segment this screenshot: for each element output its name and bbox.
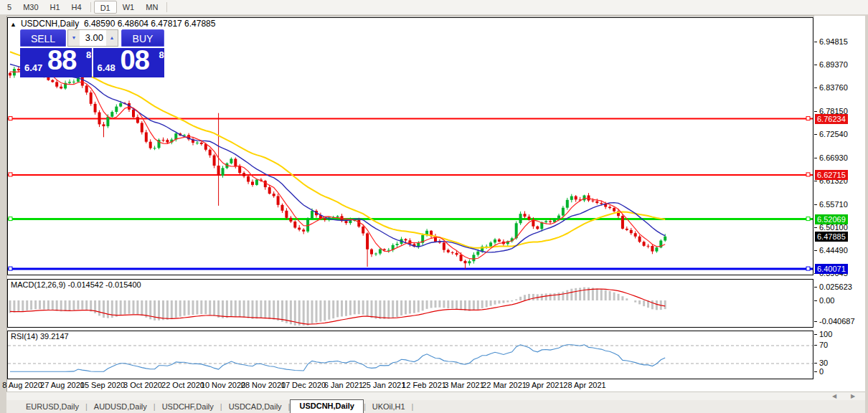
chart-tab-usdchf[interactable]: USDCHF,Daily <box>156 401 220 413</box>
timeframe-button-m30[interactable]: M30 <box>17 1 44 14</box>
axis-tick <box>814 134 817 135</box>
timeframe-button-mn[interactable]: MN <box>140 1 164 14</box>
price-axis-label: 6.94815 <box>819 37 848 46</box>
date-axis-label: 22 Oct 2020 <box>161 381 204 389</box>
date-axis-label: 8 Aug 2020 <box>2 381 42 389</box>
date-axis-label: 17 Dec 2020 <box>281 381 326 389</box>
date-axis-label: 15 Sep 2020 <box>80 381 125 389</box>
timeframe-button-h1[interactable]: H1 <box>44 1 66 14</box>
axis-tick <box>814 111 817 112</box>
rsi-axis-label: 30 <box>819 359 828 367</box>
sell-price-prefix: 6.47 <box>24 62 42 73</box>
timeframe-button-d1[interactable]: D1 <box>94 1 117 14</box>
date-axis-label: 12 Feb 2021 <box>402 381 446 389</box>
sell-price-quote[interactable]: 6.47 88 8 <box>20 48 92 77</box>
axis-tick <box>814 181 817 181</box>
sell-price-point: 8 <box>86 49 91 60</box>
rsi-indicator-panel[interactable] <box>7 331 813 379</box>
axis-tick <box>814 250 817 251</box>
price-axis-label: 6.55710 <box>819 200 848 209</box>
chart-ohlc-values: 6.48590 6.48604 6.47817 6.47885 <box>84 19 216 29</box>
chart-symbol-label: USDCNH,Daily <box>21 19 79 29</box>
axis-tick <box>814 287 817 288</box>
rsi-axis-label: 70 <box>819 341 828 349</box>
scroll-left-icon[interactable]: ◀ <box>829 393 839 400</box>
buy-price-pips: 08 <box>121 45 149 76</box>
price-axis-label: 6.72540 <box>819 130 848 138</box>
timeframe-button-w1[interactable]: W1 <box>117 1 141 14</box>
price-axis-label: 6.66930 <box>819 153 848 162</box>
price-axis-label: 6.83760 <box>819 83 848 92</box>
hline-price-badge: 6.52069 <box>815 214 848 224</box>
buy-price-point: 8 <box>159 49 164 60</box>
chart-tab-usdcnh[interactable]: USDCNH,Daily <box>290 399 363 413</box>
date-axis-label: 6 Jan 2021 <box>324 381 363 389</box>
hline-price-badge: 6.62715 <box>815 170 848 180</box>
price-axis[interactable]: 6.948156.893706.837606.781506.725406.669… <box>814 16 865 391</box>
macd-axis-label: 0.00 <box>819 296 834 305</box>
sell-price-pips: 88 <box>47 45 76 76</box>
timeframe-button-h4[interactable]: H4 <box>66 1 88 14</box>
axis-tick <box>814 87 817 88</box>
chart-tab-eurusd[interactable]: EURUSD,Daily <box>19 401 85 413</box>
axis-tick <box>814 345 817 346</box>
date-axis-label: 28 Nov 2020 <box>241 381 286 389</box>
axis-tick <box>814 158 817 158</box>
volume-increase-icon[interactable]: ▲ <box>106 30 118 46</box>
one-click-trade-panel: SELL ▼ 3.00 ▲ BUY 6.47 88 8 6.48 08 8 <box>20 29 164 77</box>
chart-tab-bar: EURUSD,Daily|AUDUSD,Daily|USDCHF,Daily|U… <box>6 400 865 413</box>
axis-tick <box>814 363 817 364</box>
date-axis-label: 27 Aug 2020 <box>40 381 85 389</box>
rsi-label: RSI(14) 39.2147 <box>11 332 69 341</box>
hline-price-badge: 6.40071 <box>815 264 848 274</box>
chart-tab-usdcad[interactable]: USDCAD,Daily <box>222 401 288 413</box>
axis-tick <box>814 300 817 301</box>
date-axis-label: 3 Mar 2021 <box>444 381 484 389</box>
date-axis-label: 25 Jan 2021 <box>362 381 406 389</box>
axis-tick <box>814 321 817 322</box>
scroll-right-icon[interactable]: ▶ <box>848 393 858 400</box>
hline-price-badge: 6.76234 <box>815 114 848 124</box>
volume-stepper: ▼ 3.00 ▲ <box>67 29 118 47</box>
macd-label: MACD(12,26,9) -0.014542 -0.015400 <box>11 280 141 289</box>
macd-axis-label: 0.025623 <box>819 283 852 291</box>
chart-tab-ukoil[interactable]: UKOil,H1 <box>366 401 412 413</box>
price-axis-label: 6.50100 <box>819 223 848 232</box>
current-price-badge: 6.47885 <box>815 232 848 242</box>
toolbar-separator <box>166 2 167 12</box>
axis-tick <box>814 227 817 228</box>
horizontal-scrollbar[interactable]: ◀ ▶ <box>6 391 865 400</box>
timeframe-toolbar: 5M30H1H4D1W1MN <box>0 0 868 15</box>
mt4-window: 5M30H1H4D1W1MN ▲USDCNH,Daily 6.48590 6.4… <box>0 0 868 413</box>
date-axis-label: 10 Nov 2020 <box>201 381 245 389</box>
axis-tick <box>814 371 817 372</box>
chart-header: ▲USDCNH,Daily 6.48590 6.48604 6.47817 6.… <box>10 19 215 29</box>
price-axis-label: 6.44490 <box>819 246 848 255</box>
date-axis-label: 9 Apr 2021 <box>525 381 563 389</box>
timeframe-button-5[interactable]: 5 <box>1 1 17 14</box>
date-axis[interactable]: 8 Aug 202027 Aug 202015 Sep 20203 Oct 20… <box>7 379 813 391</box>
rsi-chart[interactable] <box>8 331 813 379</box>
chart-shift-arrow-icon: ▲ <box>10 21 16 28</box>
axis-tick <box>814 65 817 65</box>
buy-price-quote[interactable]: 6.48 08 8 <box>93 48 165 77</box>
price-axis-label: 6.89370 <box>819 60 848 69</box>
buy-button[interactable]: BUY <box>121 29 164 47</box>
volume-input[interactable]: 3.00 <box>80 30 106 46</box>
toolbar-separator <box>90 2 91 12</box>
axis-tick <box>814 334 817 335</box>
axis-tick <box>814 42 817 42</box>
chart-tab-audusd[interactable]: AUDUSD,Daily <box>88 401 154 413</box>
date-axis-label: 22 Mar 2021 <box>482 381 527 389</box>
sell-button[interactable]: SELL <box>20 29 66 47</box>
rsi-axis-label: 100 <box>819 330 832 338</box>
axis-tick <box>814 204 817 205</box>
tab-separator: | <box>412 402 414 413</box>
date-axis-label: 28 Apr 2021 <box>563 381 605 389</box>
volume-decrease-icon[interactable]: ▼ <box>68 30 80 46</box>
date-axis-label: 3 Oct 2020 <box>123 381 162 389</box>
macd-axis-label: -0.040687 <box>819 317 855 326</box>
rsi-axis-label: 0 <box>819 367 824 376</box>
buy-price-prefix: 6.48 <box>98 62 115 73</box>
